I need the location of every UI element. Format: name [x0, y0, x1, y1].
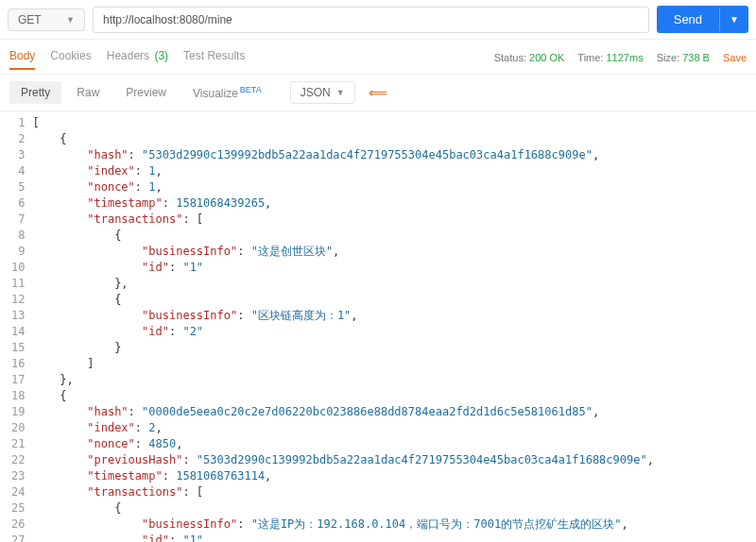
json-code[interactable]: [ { "hash": "5303d2990c139992bdb5a22aa1d…	[32, 115, 653, 542]
save-response-button[interactable]: Save	[723, 52, 747, 63]
view-preview[interactable]: Preview	[114, 81, 178, 104]
request-bar: GET ▼ Send ▼	[0, 0, 756, 40]
method-label: GET	[18, 13, 42, 26]
url-input[interactable]	[93, 7, 649, 33]
status-block: Status: 200 OK	[494, 52, 565, 63]
line-gutter: 1234567891011121314151617181920212223242…	[0, 115, 32, 542]
method-dropdown[interactable]: GET ▼	[8, 8, 85, 31]
view-pretty[interactable]: Pretty	[9, 81, 61, 104]
wrap-lines-icon[interactable]: ⟸	[369, 85, 387, 100]
tab-test-results[interactable]: Test Results	[183, 45, 245, 70]
view-raw[interactable]: Raw	[65, 81, 111, 104]
chevron-down-icon: ▼	[336, 88, 345, 97]
status-bar: Status: 200 OK Time: 1127ms Size: 738 B …	[494, 52, 747, 63]
chevron-down-icon: ▼	[66, 15, 75, 25]
format-dropdown[interactable]: JSON ▼	[290, 81, 355, 104]
size-value: 738 B	[682, 52, 710, 63]
size-block: Size: 738 B	[657, 52, 710, 63]
tab-cookies[interactable]: Cookies	[50, 45, 91, 70]
response-header-row: Body Cookies Headers (3) Test Results St…	[0, 40, 756, 74]
time-value: 1127ms	[607, 52, 644, 63]
status-value: 200 OK	[529, 52, 564, 63]
send-button[interactable]: Send	[657, 6, 719, 33]
send-button-group: Send ▼	[657, 6, 748, 33]
tab-headers[interactable]: Headers (3)	[107, 45, 168, 70]
time-block: Time: 1127ms	[577, 52, 643, 63]
tab-headers-label: Headers	[107, 49, 149, 62]
beta-badge: BETA	[240, 85, 262, 94]
headers-count: (3)	[154, 49, 168, 62]
body-toolbar: Pretty Raw Preview VisualizeBETA JSON ▼ …	[0, 74, 756, 111]
view-visualize[interactable]: VisualizeBETA	[181, 80, 273, 105]
format-label: JSON	[301, 86, 331, 99]
send-dropdown-caret[interactable]: ▼	[719, 8, 748, 31]
response-tabs: Body Cookies Headers (3) Test Results	[9, 45, 245, 70]
tab-body[interactable]: Body	[9, 45, 35, 70]
response-body: 1234567891011121314151617181920212223242…	[0, 111, 756, 542]
